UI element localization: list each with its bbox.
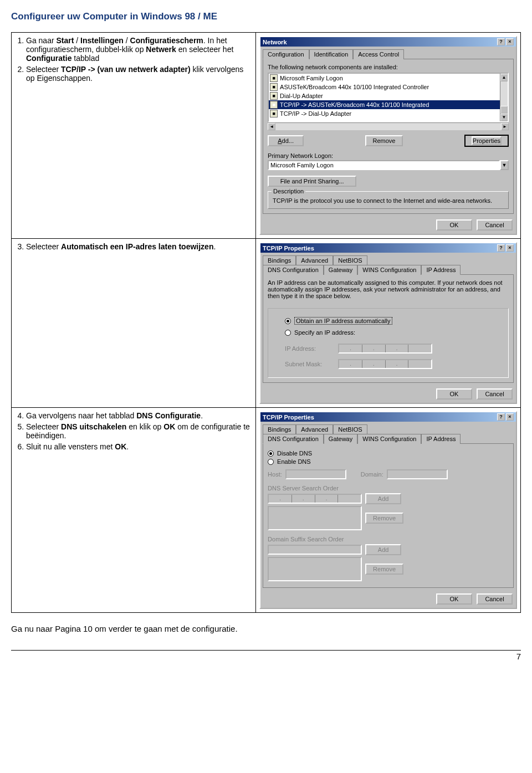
- scroll-right-icon[interactable]: ►: [501, 123, 509, 130]
- logon-combo[interactable]: Microsoft Family Logon ▼: [268, 160, 509, 170]
- steps-cell-1: Ga naar Start / Instellingen / Configura…: [12, 33, 256, 239]
- list-item: ASUSTeK/Broadcom 440x 10/100 Integrated …: [280, 84, 429, 90]
- close-icon[interactable]: ×: [506, 413, 514, 421]
- enable-dns-label: Enable DNS: [277, 458, 311, 465]
- tcpip-icon: ■: [270, 101, 278, 109]
- close-icon[interactable]: ×: [506, 244, 514, 252]
- description-text: TCP/IP is the protocol you use to connec…: [273, 197, 504, 204]
- scroll-left-icon[interactable]: ◄: [268, 123, 275, 130]
- step-2: Selecteer TCP/IP -> (van uw netwerk adap…: [26, 65, 252, 83]
- screenshot-cell-2: TCP/IP Properties ? × Bindings Advanced …: [256, 239, 521, 408]
- tab-bindings[interactable]: Bindings: [263, 424, 296, 434]
- step-6: Sluit nu alle vensters met OK.: [26, 442, 252, 451]
- radio-icon: [268, 459, 274, 465]
- tab-bindings[interactable]: Bindings: [263, 255, 296, 265]
- file-print-sharing-button[interactable]: File and Print Sharing...: [268, 176, 356, 187]
- add-button[interactable]: AAdd...dd...: [268, 135, 304, 146]
- tab-configuration[interactable]: Configuration: [263, 49, 309, 59]
- list-item: TCP/IP -> Dial-Up Adapter: [280, 110, 351, 117]
- tab-advanced[interactable]: Advanced: [296, 424, 333, 434]
- cancel-button[interactable]: Cancel: [477, 388, 513, 400]
- step-1: Ga naar Start / Instellingen / Configura…: [26, 36, 252, 63]
- page-title: Configureer uw Computer in Windows 98 / …: [11, 11, 521, 22]
- specify-label: Specify an IP address:: [294, 329, 355, 336]
- tab-wins[interactable]: WINS Configuration: [357, 265, 421, 275]
- ip-blurb: An IP address can be automatically assig…: [268, 279, 509, 299]
- tab-dns-configuration[interactable]: DNS Configuration: [263, 265, 324, 275]
- radio-enable-dns[interactable]: Enable DNS: [268, 458, 509, 465]
- radio-icon: [268, 451, 274, 457]
- scrollbar[interactable]: ▲ ▼: [500, 74, 508, 121]
- dns-add-button: Add: [365, 493, 401, 504]
- list-item: Microsoft Family Logon: [280, 75, 343, 81]
- tab-gateway[interactable]: Gateway: [324, 434, 357, 444]
- chevron-down-icon[interactable]: ▼: [500, 160, 509, 170]
- properties-button[interactable]: Properties: [464, 135, 509, 147]
- tab-wins[interactable]: WINS Configuration: [357, 434, 421, 444]
- radio-disable-dns[interactable]: Disable DNS: [268, 450, 509, 457]
- tab-access-control[interactable]: Access Control: [353, 49, 404, 59]
- dialog-title: TCP/IP Properties: [263, 245, 314, 252]
- tab-advanced[interactable]: Advanced: [296, 255, 333, 265]
- dns-list: [268, 506, 362, 530]
- dialog-title: Network: [263, 39, 287, 45]
- ok-button[interactable]: OK: [436, 219, 472, 231]
- description-legend: Description: [272, 188, 305, 194]
- domain-field: [387, 469, 448, 479]
- steps-cell-3: Ga vervolgens naar het tabblad DNS Confi…: [12, 408, 256, 613]
- help-icon[interactable]: ?: [497, 38, 505, 45]
- tcpip-icon: ■: [270, 110, 278, 117]
- tab-gateway[interactable]: Gateway: [324, 265, 357, 275]
- disable-dns-label: Disable DNS: [277, 450, 312, 457]
- obtain-auto-label: Obtain an IP address automatically: [294, 317, 392, 325]
- screenshot-cell-3: TCP/IP Properties ? × Bindings Advanced …: [256, 408, 521, 613]
- dns-remove-button: Remove: [365, 513, 403, 524]
- host-field: [285, 469, 346, 479]
- radio-icon: [285, 330, 291, 336]
- continue-text: Ga nu naar Pagina 10 om verder te gaan m…: [11, 624, 521, 633]
- domain-order-label: Domain Suffix Search Order: [268, 536, 509, 542]
- tab-netbios[interactable]: NetBIOS: [333, 255, 367, 265]
- tab-identification[interactable]: Identification: [309, 49, 354, 59]
- components-listbox[interactable]: ■Microsoft Family Logon ■ASUSTeK/Broadco…: [268, 73, 509, 122]
- tab-dns-configuration[interactable]: DNS Configuration: [263, 434, 324, 444]
- ok-button[interactable]: OK: [436, 593, 472, 605]
- remove-button[interactable]: Remove: [365, 135, 403, 146]
- scroll-thumb[interactable]: [500, 106, 508, 114]
- steps-cell-2: Selecteer Automatisch een IP-adres laten…: [12, 239, 256, 408]
- scroll-up-icon[interactable]: ▲: [500, 74, 508, 81]
- close-icon[interactable]: ×: [506, 38, 514, 45]
- list-item-selected: TCP/IP -> ASUSTeK/Broadcom 440x 10/100 I…: [280, 101, 429, 108]
- components-label: The following network components are ins…: [268, 64, 509, 70]
- screenshot-cell-1: Network ? × Configuration Identification…: [256, 33, 521, 239]
- domain-add-button: Add: [365, 544, 401, 555]
- ip-address-field: ...: [338, 344, 432, 354]
- description-group: Description TCP/IP is the protocol you u…: [268, 191, 509, 209]
- tab-netbios[interactable]: NetBIOS: [333, 424, 367, 434]
- step-5: Selecteer DNS uitschakelen en klik op OK…: [26, 422, 252, 440]
- radio-icon: [285, 318, 291, 324]
- host-label: Host:: [268, 471, 282, 478]
- subnet-mask-label: Subnet Mask:: [285, 361, 335, 367]
- domain-suffix-field: [268, 545, 362, 555]
- adapter-icon: ■: [270, 92, 278, 100]
- ip-address-label: IP Address:: [285, 345, 335, 352]
- domain-suffix-list: [268, 557, 362, 581]
- logon-icon: ■: [270, 74, 278, 82]
- tab-ip-address[interactable]: IP Address: [421, 265, 461, 275]
- radio-specify[interactable]: Specify an IP address:: [285, 329, 492, 336]
- dns-ip-field: ...: [268, 494, 362, 504]
- help-icon[interactable]: ?: [497, 244, 505, 252]
- logon-label: Primary Network Logon:: [268, 152, 509, 159]
- cancel-button[interactable]: Cancel: [477, 593, 513, 605]
- scroll-down-icon[interactable]: ▼: [500, 114, 508, 121]
- dialog-title: TCP/IP Properties: [263, 414, 314, 421]
- tab-ip-address[interactable]: IP Address: [421, 434, 461, 444]
- scrollbar-h[interactable]: ◄ ►: [268, 122, 509, 130]
- ok-button[interactable]: OK: [436, 388, 472, 400]
- step-3: Selecteer Automatisch een IP-adres laten…: [26, 242, 252, 251]
- cancel-button[interactable]: Cancel: [477, 219, 513, 231]
- help-icon[interactable]: ?: [497, 413, 505, 421]
- radio-obtain-auto[interactable]: Obtain an IP address automatically: [285, 317, 492, 325]
- domain-label: Domain:: [361, 471, 383, 478]
